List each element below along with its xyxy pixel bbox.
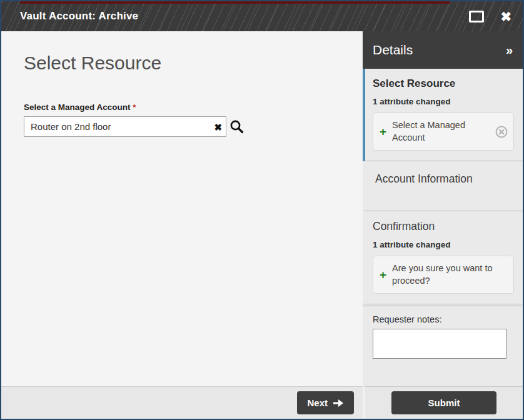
remove-attribute-button[interactable] [495,125,508,139]
clear-input-button[interactable]: ✖ [214,122,222,131]
vault-account-window: Vault Account: Archive ✖ Select Resource… [0,0,524,420]
arrow-right-icon [333,399,344,408]
chevron-double-right-icon: » [506,43,513,57]
sidebar-section-select-resource[interactable]: Select Resource 1 attribute changed + Se… [363,69,523,161]
next-button[interactable]: Next [297,391,354,414]
requester-notes-panel: Requester notes: [363,306,523,386]
plus-icon: + [380,269,386,281]
field-label-text: Select a Managed Account [24,102,131,112]
next-button-label: Next [307,398,328,408]
submit-button-label: Submit [428,398,460,408]
attribute-status: 1 attribute changed [373,240,514,249]
section-title: Select Resource [373,78,514,90]
page-title: Select Resource [24,52,350,74]
changed-attribute-card[interactable]: + Are you sure you want to proceed? [373,256,514,294]
managed-account-input-wrap: ✖ [24,116,226,137]
collapse-sidebar-button[interactable]: » [506,44,513,56]
details-header: Details » [363,31,523,69]
field-label: Select a Managed Account * [24,102,350,112]
required-asterisk: * [133,102,136,112]
attribute-card-label: Select a Managed Account [392,119,489,144]
requester-notes-label: Requester notes: [373,314,513,324]
managed-account-input[interactable] [24,116,226,137]
titlebar: Vault Account: Archive ✖ [1,1,523,31]
details-sidebar: Details » Select Resource 1 attribute ch… [363,31,523,419]
changed-attribute-card[interactable]: + Select a Managed Account [373,112,514,151]
search-button[interactable] [229,119,244,134]
attribute-card-label: Are you sure you want to proceed? [392,262,508,287]
managed-account-field-row: ✖ [24,116,350,137]
plus-icon: + [380,126,386,138]
close-button[interactable]: ✖ [500,10,511,23]
window-body: Select Resource Select a Managed Account… [1,31,523,419]
attribute-status: 1 attribute changed [373,97,514,106]
search-icon [229,119,244,134]
window-title: Vault Account: Archive [20,10,138,22]
section-title: Account Information [375,172,513,186]
submit-button[interactable]: Submit [391,391,496,414]
maximize-button[interactable] [469,11,484,22]
sidebar-footer: Submit [363,386,523,419]
main-content: Select Resource Select a Managed Account… [1,31,363,386]
titlebar-actions: ✖ [469,10,511,23]
section-title: Confirmation [373,220,514,233]
requester-notes-textarea[interactable] [373,329,506,359]
sidebar-section-account-information[interactable]: Account Information [363,161,523,211]
clear-icon: ✖ [214,121,222,132]
circle-x-icon [495,125,508,139]
details-title: Details [373,42,413,58]
sidebar-section-confirmation[interactable]: Confirmation 1 attribute changed + Are y… [363,211,523,304]
close-icon: ✖ [500,9,511,24]
main-panel: Select Resource Select a Managed Account… [1,31,363,419]
main-footer: Next [1,386,363,419]
